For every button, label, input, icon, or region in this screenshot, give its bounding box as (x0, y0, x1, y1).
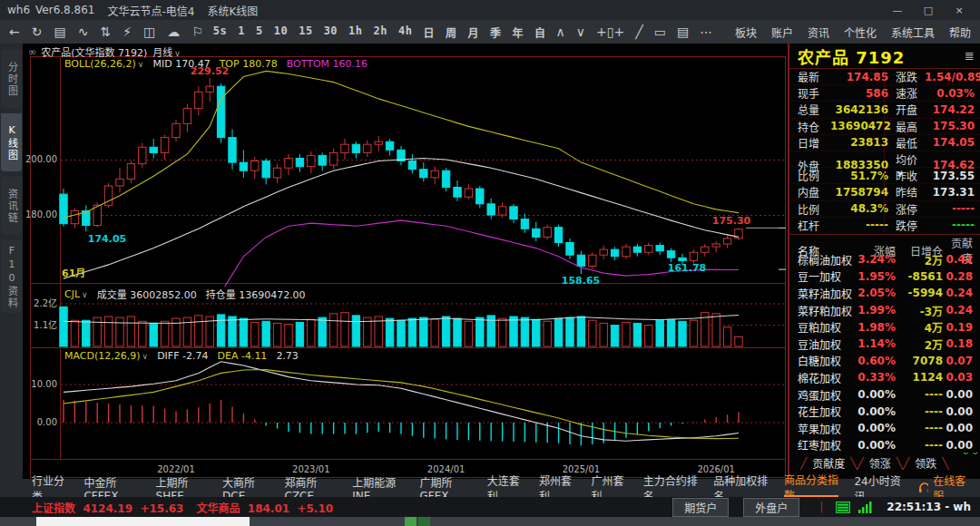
macd-segment[interactable]: MACD(12,26,9)∨ (64, 350, 148, 362)
contrib-row[interactable]: 豆油加权1.14%2万0.18 (789, 336, 980, 353)
bottom-tab-上期能源INE[interactable]: 上期能源INE (352, 479, 404, 497)
bottom-tab-大商所DCE[interactable]: 大商所DCE (222, 479, 269, 497)
chart-panel-icon[interactable]: ◫ (143, 25, 155, 38)
bottom-tab-郑州套利[interactable]: 郑州套利 (539, 479, 575, 497)
notes-icon[interactable]: ▤ (677, 25, 689, 38)
bottom-tab-24小时资讯[interactable]: 24小时资讯 (854, 479, 902, 497)
scroll-more-icon[interactable]: ⌄⌄ (961, 447, 980, 456)
panel-tab-领跌[interactable]: ╱领跌╲ (903, 455, 948, 471)
more-icon[interactable]: ⋯ (700, 25, 712, 38)
link-icon[interactable]: ∞ (28, 46, 35, 58)
menu-账户[interactable]: 账户 (771, 24, 793, 40)
period-15[interactable]: 15 (299, 24, 312, 40)
kline-chart-area[interactable]: 200.00180.002.2亿1.1亿10.000.002022/012023… (23, 44, 788, 479)
taskbar-app-icon[interactable] (405, 517, 416, 526)
bottom-tab-大连套利[interactable]: 大连套利 (487, 479, 524, 497)
taskbar-window-preview[interactable] (36, 517, 250, 526)
contrib-row[interactable]: 菜籽粕加权1.99%-3万0.24 (789, 302, 980, 319)
add-pane-icon[interactable]: +▯+ (596, 25, 624, 38)
menu-个性化[interactable]: 个性化 (844, 24, 877, 40)
period-4h[interactable]: 4h (398, 24, 412, 40)
quote-value: 173.55 (925, 170, 975, 182)
quote-board-icon[interactable]: ▤ (54, 25, 65, 38)
boll-indicator-header[interactable]: BOLL(26,26,2)∨MID 170.47TOP 180.78BOTTOM… (64, 58, 368, 70)
rect-tool-icon[interactable]: ▭ (654, 25, 666, 38)
index2-label[interactable]: 文华商品 (196, 502, 240, 515)
trend-icon[interactable]: ∿ (78, 25, 89, 38)
menu-板块[interactable]: 板块 (735, 24, 757, 40)
minimize-button[interactable]: — (884, 2, 911, 18)
period-2h[interactable]: 2h (374, 24, 387, 40)
menu-帮助[interactable]: 帮助 (949, 24, 971, 40)
collapse-up-icon[interactable]: ∧ (556, 25, 565, 38)
contrib-row[interactable]: 棉花加权0.33%11240.03 (789, 369, 980, 386)
boll-segment[interactable]: BOLL(26,26,2)∨ (64, 58, 143, 70)
back-icon[interactable]: ← (9, 25, 20, 38)
contrib-row[interactable]: 菜籽油加权2.05%-59940.24 (789, 285, 980, 302)
sidebar-tab-资讯链[interactable]: 资讯链 (1, 177, 22, 235)
period-5[interactable]: 5 (256, 24, 263, 40)
overseas-account-button[interactable]: 外盘户 (743, 498, 799, 517)
contrib-row[interactable]: 花生加权0.00%----0.00 (789, 403, 980, 420)
close-button[interactable]: × (946, 2, 973, 18)
sidebar-tab-F10资料[interactable]: F10资料 (1, 240, 22, 313)
index1-label[interactable]: 上证指数 (32, 502, 75, 515)
period-季[interactable]: 季 (490, 24, 502, 40)
taskbar-app-icon[interactable] (418, 517, 430, 526)
contrib-row[interactable]: 棕榈油加权3.24%2万0.42 (789, 251, 980, 268)
macd-indicator-header[interactable]: MACD(12,26,9)∨DIFF -2.74DEA -4.112.73 (64, 350, 299, 362)
menu-系统工具[interactable]: 系统工具 (891, 24, 935, 40)
dropdown-icon[interactable]: ∨ (82, 290, 88, 299)
period-1h[interactable]: 1h (348, 24, 362, 40)
period-1[interactable]: 1 (238, 24, 245, 40)
panel-menu-icon[interactable]: ≣ (965, 49, 975, 63)
sidebar-tab-分时图[interactable]: 分时图 (1, 50, 22, 108)
quote-value: ----- (925, 202, 975, 215)
volume-indicator-header[interactable]: CJL∨成交量 36002852.00持仓量 13690472.00 (64, 287, 306, 301)
alert-bell-icon[interactable]: ⚐ (191, 25, 203, 38)
strategy-icon[interactable]: ⚡ (122, 25, 132, 38)
cjl-segment[interactable]: CJL∨ (64, 288, 88, 300)
menu-资讯[interactable]: 资讯 (808, 24, 829, 40)
contrib-row[interactable]: 白糖加权0.60%70780.07 (789, 353, 980, 370)
bottom-tab-行业分类[interactable]: 行业分类 (32, 479, 68, 497)
period-30[interactable]: 30 (324, 24, 338, 40)
windows-taskbar[interactable] (0, 517, 980, 526)
bottom-tab-品种加权排名[interactable]: 品种加权排名 (713, 479, 769, 497)
period-10[interactable]: 10 (274, 24, 288, 40)
contrib-row[interactable]: 豆一加权1.95%-85610.28 (789, 268, 980, 286)
bottom-tab-广期所GFEX[interactable]: 广期所GFEX (419, 479, 471, 497)
period-周[interactable]: 周 (446, 24, 457, 40)
contrib-row[interactable]: 鸡蛋加权0.00%----0.00 (789, 386, 980, 404)
dropdown-icon[interactable]: ∨ (142, 352, 149, 361)
quote-label: 内盘 (798, 184, 830, 200)
refresh-icon[interactable]: ↻ (32, 25, 43, 38)
contrib-row[interactable]: 豆粕加权1.98%4万0.19 (789, 318, 980, 336)
bottom-tab-上期所SHFE[interactable]: 上期所SHFE (156, 479, 207, 497)
futures-account-button[interactable]: 期货户 (672, 498, 729, 517)
bottom-tab-商品分类指数[interactable]: 商品分类指数 (784, 479, 839, 497)
maximize-button[interactable]: □ (915, 2, 942, 18)
candle-tool-icon[interactable]: ⇅ (100, 25, 111, 38)
bottom-tab-广州套利[interactable]: 广州套利 (591, 479, 627, 497)
collapse-down-icon[interactable]: ∨ (576, 25, 585, 38)
period-日[interactable]: 日 (423, 24, 435, 40)
bottom-tab-主力合约排名[interactable]: 主力合约排名 (643, 479, 699, 497)
panel-tab-领涨[interactable]: ╱领涨╲ (857, 455, 902, 471)
period-年[interactable]: 年 (513, 24, 524, 40)
period-5s[interactable]: 5s (213, 24, 227, 40)
contrib-row[interactable]: 红枣加权0.00%----0.00 (789, 437, 980, 454)
period-dropdown[interactable]: 月线∨ (152, 44, 181, 59)
sidebar-tab-K线图[interactable]: K线图 (1, 113, 22, 171)
panel-tab-贡献度[interactable]: ╱贡献度╲ (800, 455, 857, 471)
bottom-tab-中金所CFFEX[interactable]: 中金所CFFEX (83, 479, 140, 497)
period-月[interactable]: 月 (467, 24, 479, 40)
draw-line-icon[interactable]: ╱ (635, 25, 642, 38)
contrib-row[interactable]: 苹果加权0.00%----0.00 (789, 420, 980, 437)
bottom-tab-郑商所CZCE[interactable]: 郑商所CZCE (285, 479, 338, 497)
cloud-icon[interactable]: ☁ (167, 25, 180, 38)
period-自[interactable]: 自 (534, 24, 546, 40)
dropdown-icon[interactable]: ∨ (138, 60, 144, 69)
kline-chart-svg[interactable]: 200.00180.002.2亿1.1亿10.000.002022/012023… (23, 44, 788, 479)
svg-text:2.2亿: 2.2亿 (34, 297, 57, 308)
